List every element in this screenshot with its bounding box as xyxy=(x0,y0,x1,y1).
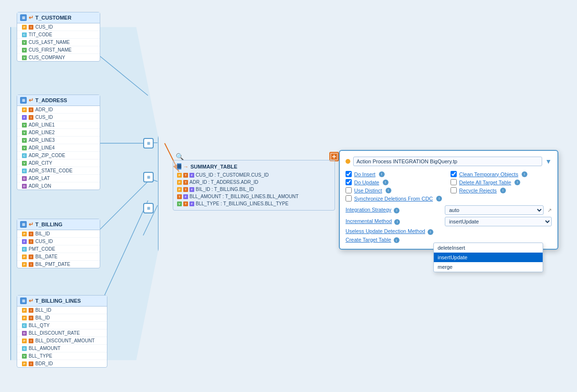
pk-badge: P xyxy=(22,339,27,343)
do-insert-info: i xyxy=(379,171,385,177)
table-row: F I CUS_ID xyxy=(17,114,100,121)
table-row: P I BIL_ID xyxy=(17,314,107,322)
pk-badge: P xyxy=(22,107,27,112)
table-icon: ⊞ xyxy=(20,14,27,21)
int-badge: I xyxy=(29,361,33,366)
col-name: CUS_FIRST_NAME xyxy=(29,47,72,53)
clean-temporary-label[interactable]: Clean Temporary Objects xyxy=(459,171,518,177)
use-distinct-label[interactable]: Use Distinct xyxy=(354,188,382,193)
table-row: P I BIL_DATE xyxy=(17,253,100,261)
use-distinct-checkbox[interactable] xyxy=(346,187,352,193)
fk-badge: F xyxy=(189,201,194,206)
col-name: BLL_AMOUNT : T_BILLING_LINES.BLL_AMOUNT xyxy=(189,194,299,199)
col-name: BLL_TYPE xyxy=(29,353,52,359)
canvas: ⊞ ↵ T_CUSTOMER P I CUS_ID C TIT_CODE V C… xyxy=(0,0,577,392)
table-row: F I CUS_ID xyxy=(17,238,100,245)
summary-row: T F BLL_AMOUNT : T_BILLING_LINES.BLL_AMO… xyxy=(177,193,331,200)
varchar-badge: V xyxy=(22,40,27,45)
col-name: ADR_LINE2 xyxy=(29,130,54,135)
do-insert-checkbox[interactable] xyxy=(346,171,352,177)
col-name: PMT_CODE xyxy=(29,246,55,252)
recycle-rejects-checkbox[interactable] xyxy=(451,187,457,193)
fk-badge: F xyxy=(189,173,194,178)
char-badge: T xyxy=(183,180,188,185)
delete-all-target-label[interactable]: Delete All Target Table xyxy=(459,180,511,185)
col-name: ADR_LINE1 xyxy=(29,122,54,127)
col-name: BIL_PMT_DATE xyxy=(35,262,70,267)
table-row: V CUS_FIRST_NAME xyxy=(17,46,100,54)
do-update-label[interactable]: Do Update xyxy=(354,180,379,185)
recycle-rejects-label[interactable]: Recycle Rejects xyxy=(459,188,497,193)
pk-badge: P xyxy=(22,25,27,30)
pk-badge: P xyxy=(22,316,27,320)
t-billing-lines-table: ⊞ ↵ T_BILLING_LINES P I BLL_ID P I BIL_I… xyxy=(17,295,107,368)
settings-title-input[interactable] xyxy=(353,157,542,166)
int-badge: I xyxy=(29,239,33,244)
col-name: ADR_STATE_CODE xyxy=(29,168,73,173)
settings-title-bar: ▼ xyxy=(346,157,552,166)
delete-all-target-row: Delete All Target Table i xyxy=(451,179,552,185)
summary-row: P T F BIL_ID : T_BILLING.BIL_ID xyxy=(177,186,331,193)
do-update-row: Do Update i xyxy=(346,179,447,185)
col-name: ADR_LINE4 xyxy=(29,145,54,150)
col-name: ADR_ZIP_CODE xyxy=(29,153,65,158)
table-row: D ADR_LON xyxy=(17,182,100,190)
delete-all-target-checkbox[interactable] xyxy=(451,179,457,185)
dropdown-item-delete-insert[interactable]: deleteInsert xyxy=(434,243,543,253)
table-row: V ADR_LINE4 xyxy=(17,144,100,152)
table-row: C BLL_QTY xyxy=(17,322,107,329)
conn-node-address[interactable]: ⊞ xyxy=(143,172,154,182)
dropdown-item-merge[interactable]: merge xyxy=(434,262,543,272)
sync-deletions-checkbox[interactable] xyxy=(346,195,352,201)
varchar-badge: V xyxy=(22,123,27,127)
table-row: C TIT_CODE xyxy=(17,31,100,39)
int-badge: I xyxy=(29,232,33,236)
dropdown-item-insert-update[interactable]: insertUpdate xyxy=(434,253,543,262)
arrow-right-icon: → xyxy=(183,164,189,170)
col-name: ADR_ID : T_ADDRESS.ADR_ID xyxy=(189,180,258,185)
dropdown-arrow[interactable]: ▼ xyxy=(545,158,552,165)
fk-badge: F xyxy=(189,187,194,192)
int-badge: I xyxy=(29,107,33,112)
pk-badge: P xyxy=(177,173,182,178)
clean-temporary-info: i xyxy=(522,171,527,177)
col-name: CUS_ID : T_CUSTOMER.CUS_ID xyxy=(196,172,269,178)
table-row: V CUS_LAST_NAME xyxy=(17,39,100,46)
table-row: P I BIL_ID xyxy=(17,230,100,238)
table-icon: ⊞ xyxy=(177,163,181,170)
t-billing-table: ⊞ ↵ T_BILLING P I BIL_ID F I CUS_ID C PM… xyxy=(17,219,100,268)
integration-strategy-select[interactable]: auto xyxy=(445,205,544,215)
summary-table: ⊞ → SUMMARY_TABLE P T F CUS_ID : T_CUSTO… xyxy=(173,160,335,211)
clean-temporary-row: Clean Temporary Objects i xyxy=(451,171,552,177)
table-row: C ADR_STATE_CODE xyxy=(17,167,100,175)
sync-deletions-label[interactable]: Synchronize Deletions From CDC xyxy=(354,196,433,201)
incremental-method-select[interactable]: insertUpdate xyxy=(445,217,552,226)
table-row: V ADR_LINE3 xyxy=(17,137,100,144)
do-insert-label[interactable]: Do Insert xyxy=(354,171,376,177)
search-area[interactable]: 🔍 xyxy=(176,153,184,160)
do-update-checkbox[interactable] xyxy=(346,179,352,185)
create-target-table-info: i xyxy=(394,237,399,243)
col-name: ADR_CITY xyxy=(29,160,52,166)
char-badge: T xyxy=(177,194,182,199)
summary-row: V T F BLL_TYPE : T_BILLING_LINES.BLL_TYP… xyxy=(177,200,331,207)
table-row: V ADR_CITY xyxy=(17,159,100,167)
char-badge: C xyxy=(22,169,27,173)
int-badge: I xyxy=(29,262,33,267)
int-badge: I xyxy=(29,25,33,30)
integration-strategy-row: Integration Strategy i auto ↗ xyxy=(346,205,552,215)
table-row: P I BLL_ID xyxy=(17,307,107,314)
varchar-badge: V xyxy=(22,146,27,150)
table-row: P I BIL_PMT_DATE xyxy=(17,261,100,268)
table-row: C ADR_ZIP_CODE xyxy=(17,152,100,159)
conn-node-customer[interactable]: ⊞ xyxy=(143,138,154,148)
cursor-pointer-indicator: ↗ xyxy=(547,207,552,213)
col-name: BLL_QTY xyxy=(29,323,50,328)
integration-strategy-info: i xyxy=(394,208,399,213)
fk-badge: F xyxy=(22,115,27,120)
col-name: BLL_ID xyxy=(35,307,51,313)
pk-badge: P xyxy=(22,308,27,313)
clean-temporary-checkbox[interactable] xyxy=(451,171,457,177)
conn-node-billing[interactable]: ⊞ xyxy=(143,203,154,213)
table-row: P I CUS_ID xyxy=(17,23,100,31)
